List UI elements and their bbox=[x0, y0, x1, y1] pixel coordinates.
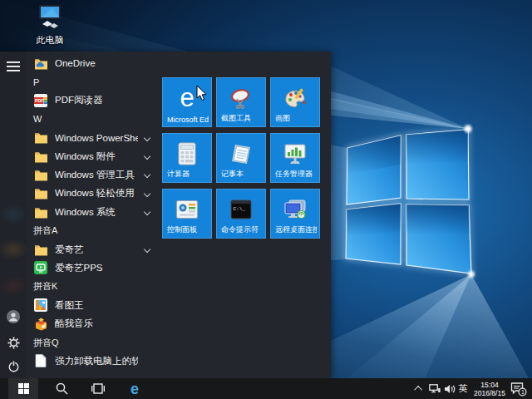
tile-label: 截图工具 bbox=[221, 113, 263, 124]
taskbar: e 英 15:04 2016/8/15 1 bbox=[0, 378, 532, 399]
section-header-pinyin-a[interactable]: 拼音A bbox=[28, 222, 153, 240]
ime-language-indicator[interactable]: 英 bbox=[456, 378, 470, 399]
action-center-icon: 1 bbox=[510, 382, 527, 397]
tile-remote-desktop[interactable]: 远程桌面连接 bbox=[270, 189, 320, 239]
onedrive-folder-icon bbox=[33, 56, 48, 71]
tile-label: Microsoft Edge bbox=[167, 116, 209, 124]
section-header-p[interactable]: P bbox=[28, 72, 153, 91]
app-item-kuwo-music[interactable]: 酷我音乐 bbox=[28, 314, 153, 332]
start-menu-app-list: OneDrive P PDF PDF阅读器 W Windows PowerShe… bbox=[28, 54, 153, 371]
app-item-windows-accessories[interactable]: Windows 附件 bbox=[28, 147, 153, 165]
search-icon bbox=[56, 382, 68, 395]
tile-control-panel[interactable]: 控制面板 bbox=[162, 189, 212, 239]
power-icon bbox=[7, 360, 20, 372]
tile-label: 命令提示符 bbox=[221, 224, 263, 235]
start-button[interactable] bbox=[8, 378, 38, 399]
action-center-button[interactable]: 1 bbox=[509, 378, 529, 399]
clock[interactable]: 15:04 2016/8/15 bbox=[470, 378, 509, 399]
show-hidden-icons-button[interactable] bbox=[412, 378, 426, 399]
kuwo-music-icon bbox=[33, 317, 48, 332]
task-view-button[interactable] bbox=[85, 378, 111, 399]
app-label: 酷我音乐 bbox=[55, 318, 93, 330]
app-label: 爱奇艺 bbox=[55, 244, 84, 256]
tile-label: 控制面板 bbox=[167, 224, 209, 235]
tile-label: 画图 bbox=[275, 113, 317, 124]
app-item-iqiyi[interactable]: 爱奇艺 bbox=[28, 240, 153, 259]
app-item-pdf-reader[interactable]: PDF PDF阅读器 bbox=[28, 91, 153, 110]
expand-chevron-icon[interactable] bbox=[144, 209, 150, 215]
app-item-windows-system[interactable]: Windows 系统 bbox=[28, 203, 153, 221]
edge-icon: e bbox=[131, 381, 139, 397]
tile-microsoft-edge[interactable]: e Microsoft Edge bbox=[162, 77, 212, 127]
tile-snipping-tool[interactable]: 截图工具 bbox=[216, 77, 266, 127]
app-item-force-uninstall[interactable]: 强力卸载电脑上的软件 bbox=[28, 352, 153, 370]
volume-tray-icon[interactable] bbox=[442, 378, 456, 399]
tile-command-prompt[interactable]: C:\_ 命令提示符 bbox=[216, 189, 266, 239]
speaker-icon bbox=[444, 384, 456, 394]
tray-date: 2016/8/15 bbox=[470, 389, 509, 397]
language-label: 英 bbox=[459, 382, 468, 395]
expand-chevron-icon[interactable] bbox=[144, 190, 150, 196]
expand-chevron-icon[interactable] bbox=[144, 153, 150, 160]
expand-chevron-icon[interactable] bbox=[144, 171, 150, 178]
desktop-icon-label: 此电脑 bbox=[27, 34, 73, 47]
tray-time: 15:04 bbox=[470, 381, 509, 389]
task-manager-icon bbox=[271, 139, 319, 169]
expand-chevron-icon[interactable] bbox=[144, 246, 150, 253]
search-button[interactable] bbox=[48, 378, 75, 399]
task-view-icon bbox=[91, 383, 105, 394]
section-label: 拼音K bbox=[33, 280, 57, 293]
tile-notepad[interactable]: 记事本 bbox=[216, 133, 266, 183]
user-account-button[interactable] bbox=[0, 305, 27, 328]
expand-chevron-icon[interactable] bbox=[144, 134, 150, 140]
app-label: Windows 轻松使用 bbox=[55, 187, 135, 200]
windows-logo-icon bbox=[18, 383, 29, 394]
svg-text:1: 1 bbox=[521, 389, 525, 395]
image-viewer-icon bbox=[33, 298, 48, 313]
app-label: PDF阅读器 bbox=[55, 94, 103, 106]
start-menu-rail bbox=[0, 52, 27, 378]
tile-calculator[interactable]: 计算器 bbox=[162, 133, 212, 183]
app-label: Windows PowerShell bbox=[55, 133, 138, 143]
svg-text:PDF: PDF bbox=[35, 98, 43, 103]
tile-label: 计算器 bbox=[167, 169, 209, 180]
section-label: P bbox=[33, 77, 39, 87]
this-pc-icon bbox=[36, 4, 64, 29]
app-label: Windows 管理工具 bbox=[55, 169, 135, 181]
app-item-windows-powershell[interactable]: Windows PowerShell bbox=[28, 129, 153, 147]
network-tray-icon[interactable] bbox=[427, 378, 441, 399]
section-label: W bbox=[33, 114, 42, 124]
notepad-icon bbox=[217, 139, 265, 169]
settings-button[interactable] bbox=[0, 331, 27, 354]
tile-label: 远程桌面连接 bbox=[275, 224, 317, 235]
app-label: 看图王 bbox=[55, 299, 84, 312]
app-item-iqiyi-pps[interactable]: 爱奇艺PPS bbox=[28, 259, 153, 277]
tile-paint[interactable]: 画图 bbox=[270, 77, 320, 127]
folder-icon bbox=[33, 242, 48, 257]
section-header-pinyin-q[interactable]: 拼音Q bbox=[28, 333, 153, 352]
app-label: Windows 系统 bbox=[55, 206, 116, 219]
pps-icon bbox=[33, 260, 48, 275]
snipping-tool-icon bbox=[217, 83, 265, 113]
section-header-pinyin-k[interactable]: 拼音K bbox=[28, 278, 153, 296]
power-button[interactable] bbox=[0, 354, 27, 377]
app-label: OneDrive bbox=[55, 58, 96, 68]
pdf-reader-icon: PDF bbox=[33, 93, 48, 108]
app-item-kantuwang[interactable]: 看图王 bbox=[28, 296, 153, 314]
gear-icon bbox=[7, 337, 20, 349]
taskbar-edge-button[interactable]: e bbox=[121, 378, 148, 399]
app-item-onedrive[interactable]: OneDrive bbox=[28, 54, 153, 72]
remote-desktop-icon bbox=[271, 195, 319, 224]
tile-label: 任务管理器 bbox=[275, 169, 317, 180]
section-header-w[interactable]: W bbox=[28, 110, 153, 128]
hamburger-menu-button[interactable] bbox=[0, 55, 27, 78]
tile-task-manager[interactable]: 任务管理器 bbox=[270, 133, 320, 183]
app-label: Windows 附件 bbox=[55, 150, 116, 163]
app-item-windows-ease-of-access[interactable]: Windows 轻松使用 bbox=[28, 185, 153, 203]
app-item-windows-admin-tools[interactable]: Windows 管理工具 bbox=[28, 165, 153, 184]
user-icon bbox=[6, 309, 21, 324]
app-label: 强力卸载电脑上的软件 bbox=[55, 355, 138, 367]
svg-text:C:\_: C:\_ bbox=[234, 206, 246, 212]
network-icon bbox=[429, 384, 441, 394]
desktop-icon-this-pc[interactable]: 此电脑 bbox=[27, 4, 73, 47]
